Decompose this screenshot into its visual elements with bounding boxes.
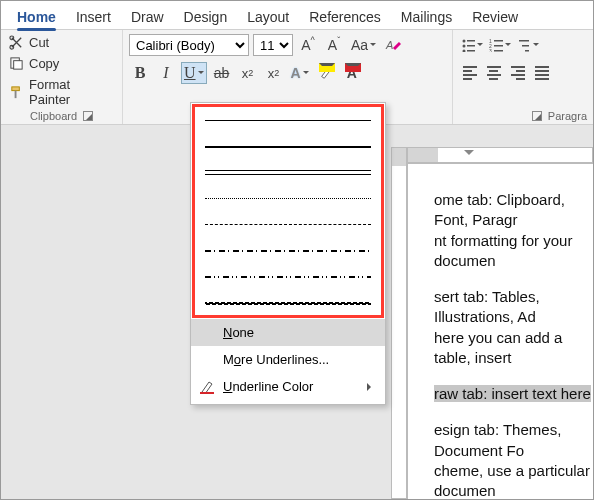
ribbon-tabs: Home Insert Draw Design Layout Reference… xyxy=(1,1,593,29)
paragraph-text: esign tab: Themes, Document Focheme, use… xyxy=(434,420,593,500)
underline-style-dot-dot-dash[interactable] xyxy=(205,271,371,281)
shrink-font-button[interactable]: Aˇ xyxy=(323,34,345,56)
justify-icon xyxy=(535,64,549,82)
numbering-button[interactable]: 123 xyxy=(487,34,513,56)
strikethrough-button[interactable]: ab xyxy=(211,62,233,84)
svg-rect-16 xyxy=(494,45,503,47)
svg-rect-21 xyxy=(525,50,529,52)
svg-point-7 xyxy=(463,40,466,43)
svg-text:A: A xyxy=(385,39,393,51)
font-color-button[interactable]: A xyxy=(341,62,363,84)
copy-icon xyxy=(9,56,24,71)
group-clipboard-label: Clipboard xyxy=(30,110,77,122)
tab-draw[interactable]: Draw xyxy=(121,5,174,29)
group-paragraph-label: Paragra xyxy=(548,110,587,122)
underline-none[interactable]: None xyxy=(191,319,385,346)
clipboard-launcher-icon[interactable] xyxy=(83,111,93,121)
change-case-button[interactable]: Aa xyxy=(349,34,378,56)
bullets-icon xyxy=(461,38,475,52)
underline-style-thick[interactable] xyxy=(205,141,371,151)
clear-formatting-button[interactable]: A xyxy=(382,34,404,56)
svg-rect-18 xyxy=(494,50,503,52)
align-right-button[interactable] xyxy=(507,62,529,84)
tab-layout[interactable]: Layout xyxy=(237,5,299,29)
format-painter-button[interactable]: Format Painter xyxy=(7,76,116,108)
horizontal-ruler xyxy=(407,147,593,163)
svg-text:3: 3 xyxy=(489,48,492,52)
svg-point-11 xyxy=(463,50,466,53)
copy-label: Copy xyxy=(29,56,59,71)
superscript-button[interactable]: x2 xyxy=(263,62,285,84)
tab-design[interactable]: Design xyxy=(174,5,238,29)
marker-icon xyxy=(319,66,333,80)
underline-style-dot-dash[interactable] xyxy=(205,245,371,255)
underline-style-single[interactable] xyxy=(205,115,371,125)
svg-rect-3 xyxy=(14,61,22,69)
indent-marker-icon[interactable] xyxy=(464,150,474,160)
justify-button[interactable] xyxy=(531,62,553,84)
svg-rect-22 xyxy=(200,392,214,394)
underline-style-dashed[interactable] xyxy=(205,219,371,229)
svg-rect-10 xyxy=(467,45,475,47)
tab-references[interactable]: References xyxy=(299,5,391,29)
align-right-icon xyxy=(511,64,525,82)
paragraph-text: sert tab: Tables, Illustrations, Adhere … xyxy=(434,287,593,368)
underline-color-icon xyxy=(199,380,215,394)
eraser-a-icon: A xyxy=(385,37,401,53)
group-clipboard: Cut Copy Format Painter Clipboard xyxy=(1,30,123,124)
font-size-select[interactable]: 11 xyxy=(253,34,293,56)
numbering-icon: 123 xyxy=(489,38,503,52)
svg-rect-5 xyxy=(15,90,17,98)
bold-button[interactable]: B xyxy=(129,62,151,84)
svg-point-9 xyxy=(463,45,466,48)
multilevel-list-button[interactable] xyxy=(515,34,541,56)
align-left-icon xyxy=(463,64,477,82)
multilevel-icon xyxy=(517,38,531,52)
subscript-button[interactable]: x2 xyxy=(237,62,259,84)
svg-rect-14 xyxy=(494,40,503,42)
grow-font-button[interactable]: A^ xyxy=(297,34,319,56)
svg-rect-20 xyxy=(522,45,529,47)
vertical-ruler xyxy=(391,147,407,499)
svg-rect-8 xyxy=(467,40,475,42)
paragraph-launcher-icon[interactable] xyxy=(532,111,542,121)
document-page[interactable]: ome tab: Clipboard, Font, Paragrnt forma… xyxy=(407,163,594,500)
tab-mailings[interactable]: Mailings xyxy=(391,5,462,29)
bullets-button[interactable] xyxy=(459,34,485,56)
underline-dropdown: None More Underlines... Underline Color xyxy=(190,102,386,405)
highlight-button[interactable] xyxy=(315,62,337,84)
svg-rect-4 xyxy=(12,86,20,90)
underline-style-double[interactable] xyxy=(205,167,371,177)
svg-rect-12 xyxy=(467,50,475,52)
paragraph-text: ome tab: Clipboard, Font, Paragrnt forma… xyxy=(434,190,593,271)
cut-button[interactable]: Cut xyxy=(7,34,116,51)
scissors-icon xyxy=(9,35,24,50)
font-name-select[interactable]: Calibri (Body) xyxy=(129,34,249,56)
cut-label: Cut xyxy=(29,35,49,50)
tab-home[interactable]: Home xyxy=(7,5,66,29)
underline-styles-gallery xyxy=(192,104,384,318)
align-center-icon xyxy=(487,64,501,82)
format-painter-label: Format Painter xyxy=(29,77,114,107)
paintbrush-icon xyxy=(9,85,24,100)
italic-button[interactable]: I xyxy=(155,62,177,84)
text-effects-button[interactable]: A xyxy=(289,62,311,84)
underline-more[interactable]: More Underlines... xyxy=(191,346,385,373)
copy-button[interactable]: Copy xyxy=(7,55,116,72)
underline-color[interactable]: Underline Color xyxy=(191,373,385,400)
underline-button[interactable]: U xyxy=(181,62,207,84)
tab-insert[interactable]: Insert xyxy=(66,5,121,29)
underline-style-dotted[interactable] xyxy=(205,193,371,203)
tab-review[interactable]: Review xyxy=(462,5,528,29)
svg-rect-19 xyxy=(519,40,529,42)
chevron-right-icon xyxy=(367,383,375,391)
paragraph-text: raw tab: insert text here xyxy=(434,384,593,404)
align-left-button[interactable] xyxy=(459,62,481,84)
group-paragraph: 123 xyxy=(453,30,593,124)
underline-style-wave[interactable] xyxy=(205,297,371,307)
align-center-button[interactable] xyxy=(483,62,505,84)
